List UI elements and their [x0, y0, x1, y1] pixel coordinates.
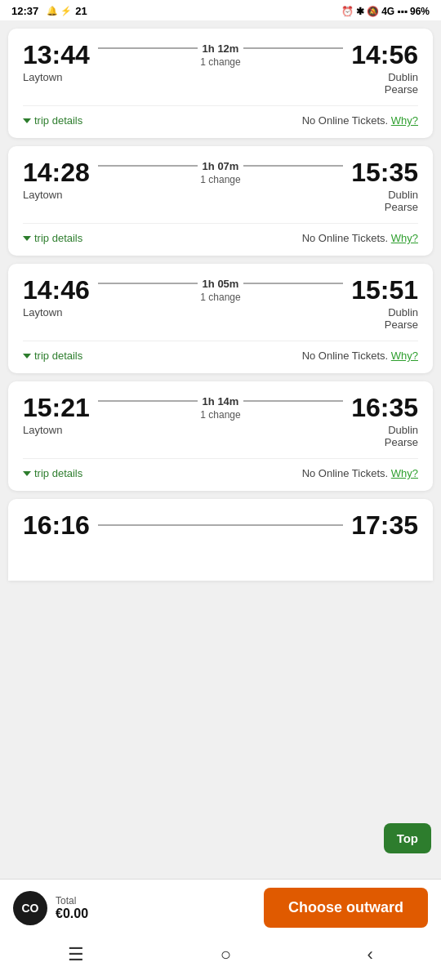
status-icons: 🔔 ⚡ [47, 6, 72, 16]
line-left-2 [98, 165, 198, 167]
trip-middle-1: 1h 12m 1 change [90, 42, 351, 68]
line-right-1 [243, 47, 343, 49]
arrive-time-2: 15:35 [351, 159, 418, 185]
trip-details-btn-3[interactable]: trip details [23, 350, 82, 362]
app-container: 12:37 🔔 ⚡ 21 ⏰ ✱ 🔕 4G ▪▪▪ 96% 13:44 1h 1… [0, 0, 441, 980]
status-bar: 12:37 🔔 ⚡ 21 ⏰ ✱ 🔕 4G ▪▪▪ 96% [0, 0, 441, 20]
chevron-icon-4 [23, 471, 31, 476]
top-button[interactable]: Top [384, 823, 431, 853]
line-left-1 [98, 47, 198, 49]
notification-number: 21 [75, 5, 87, 17]
duration-line-3: 1h 05m [98, 278, 343, 290]
changes-3: 1 change [200, 292, 240, 303]
trip-card-partial: 16:16 17:35 [8, 499, 433, 581]
why-link-3[interactable]: Why? [391, 350, 418, 362]
trip-footer-1: trip details No Online Tickets. Why? [23, 105, 418, 127]
trip-times-row-2: 14:28 1h 07m 1 change 15:35 [23, 159, 418, 185]
why-link-4[interactable]: Why? [391, 467, 418, 479]
trip-times-row-3: 14:46 1h 05m 1 change 15:51 [23, 277, 418, 303]
total-info: Total €0.00 [56, 895, 88, 921]
trip-middle-2: 1h 07m 1 change [90, 160, 351, 185]
line-left-4 [98, 400, 198, 402]
nav-menu-button[interactable]: ☰ [68, 944, 84, 965]
why-link-1[interactable]: Why? [391, 114, 418, 127]
trip-card-3: 14:46 1h 05m 1 change 15:51 Laytown Dubl… [8, 264, 433, 373]
station-row-4: Laytown DublinPearse [23, 424, 418, 448]
nav-home-button[interactable]: ○ [220, 944, 231, 965]
depart-time-2: 14:28 [23, 159, 90, 185]
changes-2: 1 change [200, 174, 240, 185]
arrive-time-4: 16:35 [351, 394, 418, 421]
depart-time-1: 13:44 [23, 42, 90, 68]
depart-time-partial: 16:16 [23, 512, 90, 538]
station-row-3: Laytown DublinPearse [23, 306, 418, 331]
trip-times-row-4: 15:21 1h 14m 1 change 16:35 [23, 394, 418, 421]
no-tickets-text-4: No Online Tickets. [302, 467, 389, 479]
trip-details-label-2: trip details [34, 232, 82, 244]
line-left-3 [98, 283, 198, 284]
changes-1: 1 change [200, 56, 240, 68]
trip-middle-4: 1h 14m 1 change [90, 395, 351, 421]
line-right-partial [220, 524, 343, 526]
duration-4: 1h 14m [203, 395, 239, 408]
signal-bars: ▪▪▪ [397, 6, 408, 17]
why-link-2[interactable]: Why? [391, 232, 418, 244]
station-depart-4: Laytown [23, 424, 62, 436]
station-depart-2: Laytown [23, 189, 62, 201]
station-arrive-4: DublinPearse [385, 424, 418, 448]
changes-4: 1 change [200, 409, 240, 421]
trip-footer-4: trip details No Online Tickets. Why? [23, 458, 418, 479]
status-right: ⏰ ✱ 🔕 4G ▪▪▪ 96% [341, 6, 430, 17]
time-display: 12:37 [11, 5, 38, 17]
co-icon: CO [13, 891, 47, 925]
trips-list: 13:44 1h 12m 1 change 14:56 Laytown Dubl… [0, 20, 441, 879]
mute-icon: 🔕 [367, 6, 379, 17]
chevron-icon-2 [23, 236, 31, 241]
duration-line-1: 1h 12m [98, 42, 343, 55]
choose-outward-button[interactable]: Choose outward [264, 888, 428, 928]
station-depart-1: Laytown [23, 71, 62, 83]
station-row-2: Laytown DublinPearse [23, 189, 418, 213]
no-tickets-1: No Online Tickets. Why? [302, 114, 418, 127]
total-price: €0.00 [56, 906, 88, 921]
total-label: Total [56, 895, 88, 906]
trip-details-label-1: trip details [34, 114, 82, 127]
nav-back-button[interactable]: ‹ [367, 944, 372, 965]
total-section: CO Total €0.00 [13, 891, 88, 925]
trip-card-1: 13:44 1h 12m 1 change 14:56 Laytown Dubl… [8, 29, 433, 138]
chevron-icon-3 [23, 354, 31, 359]
status-time: 12:37 🔔 ⚡ 21 [11, 5, 87, 17]
trip-details-btn-2[interactable]: trip details [23, 232, 82, 244]
arrive-time-1: 14:56 [351, 42, 418, 68]
bluetooth-icon: ✱ [356, 6, 364, 17]
no-tickets-4: No Online Tickets. Why? [302, 467, 418, 479]
trip-details-label-4: trip details [34, 467, 82, 479]
no-tickets-3: No Online Tickets. Why? [302, 350, 418, 362]
line-right-2 [243, 165, 343, 167]
trip-card-2: 14:28 1h 07m 1 change 15:35 Laytown Dubl… [8, 146, 433, 256]
trip-footer-2: trip details No Online Tickets. Why? [23, 223, 418, 244]
no-tickets-text-1: No Online Tickets. [302, 114, 389, 127]
station-row-1: Laytown DublinPearse [23, 71, 418, 96]
line-right-4 [243, 400, 343, 402]
network-icon: 4G [381, 6, 394, 17]
trip-middle-3: 1h 05m 1 change [90, 278, 351, 303]
trip-middle-partial [90, 524, 351, 526]
no-tickets-text-2: No Online Tickets. [302, 232, 389, 244]
trip-details-btn-4[interactable]: trip details [23, 467, 82, 479]
co-icon-label: CO [22, 902, 39, 915]
duration-2: 1h 07m [203, 160, 239, 172]
station-depart-3: Laytown [23, 306, 62, 318]
no-tickets-2: No Online Tickets. Why? [302, 232, 418, 244]
depart-time-3: 14:46 [23, 277, 90, 303]
duration-3: 1h 05m [203, 278, 239, 290]
no-tickets-text-3: No Online Tickets. [302, 350, 389, 362]
trip-times-row-partial: 16:16 17:35 [23, 512, 418, 538]
chevron-icon-1 [23, 118, 31, 123]
trip-details-label-3: trip details [34, 350, 82, 362]
trip-details-btn-1[interactable]: trip details [23, 114, 82, 127]
duration-line-4: 1h 14m [98, 395, 343, 408]
station-arrive-2: DublinPearse [385, 189, 418, 213]
duration-line-2: 1h 07m [98, 160, 343, 172]
nav-bar: ☰ ○ ‹ [0, 936, 441, 980]
